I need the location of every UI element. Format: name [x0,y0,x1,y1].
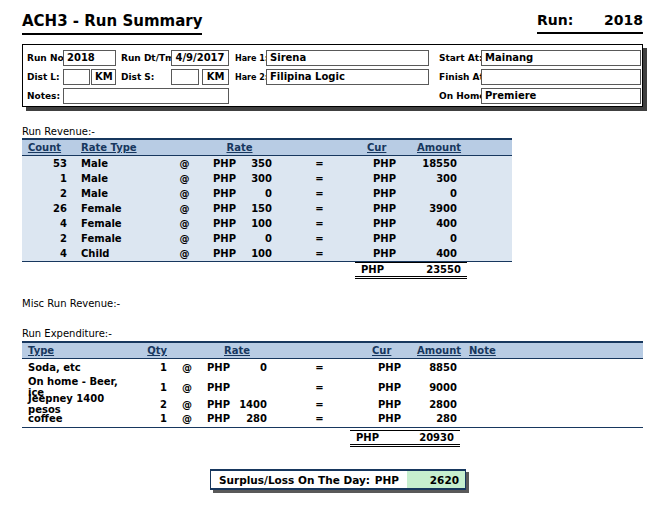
expenditure-rate: 280 [237,413,267,424]
equals-symbol: = [272,218,367,229]
run-label: Run: [537,12,573,28]
currency-code: PHP [367,188,417,199]
km-unit-2: KM [202,69,229,85]
start-at-field[interactable]: Mainang [481,50,641,66]
currency-code: PHP [207,362,237,373]
revenue-amount: 18550 [417,158,457,169]
revenue-row: 4Female@PHP100=PHP400 [22,216,512,231]
revenue-header-rate-type: Rate Type [67,142,162,153]
currency-code: PHP [367,218,417,229]
currency-code: PHP [367,173,417,184]
currency-code: PHP [207,203,242,214]
revenue-header-count: Count [22,142,67,153]
expenditure-amount: 2800 [417,399,457,410]
currency-code: PHP [207,233,242,244]
revenue-row: 4Child@PHP100=PHP400 [22,246,512,261]
equals-symbol: = [272,248,367,259]
km-unit-1: KM [91,69,116,85]
page-title: ACH3 - Run Summary [22,12,202,35]
currency-code: PHP [207,399,237,410]
finish-at-field[interactable] [481,69,641,85]
misc-revenue-section-label: Misc Run Revenue:- [22,298,120,309]
currency-code: PHP [207,188,242,199]
revenue-rate-type: Child [67,248,162,259]
equals-symbol: = [272,158,367,169]
currency-code: PHP [372,399,417,410]
currency-code: PHP [372,382,417,393]
at-symbol: @ [162,158,207,169]
expenditure-row: Soda, etc1@PHP0=PHP8850 [22,359,643,376]
expenditure-table-header: Type Qty Rate Cur Amount Note [22,341,643,359]
run-date-label: Run Dt/Tm: [121,53,178,63]
revenue-count: 26 [22,203,67,214]
expenditure-table: Type Qty Rate Cur Amount Note Soda, etc1… [22,341,643,428]
revenue-row: 53Male@PHP350=PHP18550 [22,156,512,171]
revenue-count: 4 [22,248,67,259]
expenditure-type: Soda, etc [22,362,132,373]
revenue-rate: 150 [242,203,272,214]
revenue-count: 4 [22,218,67,229]
equals-symbol: = [272,188,367,199]
run-number: 2018 [604,12,643,28]
at-symbol: @ [162,188,207,199]
on-home-field[interactable]: Premiere [481,88,641,104]
expenditure-total-cur: PHP [356,432,379,443]
at-symbol: @ [162,203,207,214]
at-symbol: @ [162,173,207,184]
currency-code: PHP [207,382,237,393]
surplus-cur: PHP [375,474,407,486]
expenditure-header-note: Note [457,345,643,356]
currency-code: PHP [207,413,237,424]
dist-l-field[interactable] [63,69,90,85]
expenditure-rate: 1400 [237,399,267,410]
currency-code: PHP [372,362,417,373]
revenue-row: 2Female@PHP0=PHP0 [22,231,512,246]
revenue-rate-type: Female [67,203,162,214]
currency-code: PHP [367,233,417,244]
revenue-rate-type: Female [67,233,162,244]
at-symbol: @ [167,399,207,410]
hare1-field[interactable]: Sirena [266,50,429,66]
run-date-field[interactable]: 4/9/2017 [171,50,229,66]
equals-symbol: = [267,362,372,373]
equals-symbol: = [272,203,367,214]
at-symbol: @ [162,248,207,259]
run-no-label: Run No: [27,53,67,63]
revenue-amount: 400 [417,248,457,259]
equals-symbol: = [272,233,367,244]
at-symbol: @ [167,362,207,373]
at-symbol: @ [167,413,207,424]
revenue-rate: 350 [242,158,272,169]
notes-field[interactable] [63,88,229,104]
surplus-amount-cell: 2620 [407,471,465,488]
expenditure-row: Jeepney 1400 pesos2@PHP1400=PHP2800 [22,393,643,410]
expenditure-row: coffee1@PHP280=PHP280 [22,410,643,427]
equals-symbol: = [272,173,367,184]
currency-code: PHP [207,248,242,259]
revenue-count: 2 [22,188,67,199]
expenditure-qty: 1 [132,413,167,424]
revenue-amount: 0 [417,233,457,244]
currency-code: PHP [207,158,242,169]
revenue-total-cur: PHP [361,264,384,275]
revenue-table: Count Rate Type Rate Cur Amount 53Male@P… [22,138,512,262]
expenditure-header-amount: Amount [417,345,457,356]
revenue-header-cur: Cur [367,142,417,153]
revenue-table-header: Count Rate Type Rate Cur Amount [22,138,512,156]
revenue-rate: 0 [242,233,272,244]
expenditure-qty: 1 [132,382,167,393]
revenue-total: PHP 23550 [355,262,467,279]
currency-code: PHP [367,158,417,169]
revenue-amount: 3900 [417,203,457,214]
hare2-field[interactable]: Filipina Logic [266,69,429,85]
expenditure-row: On home - Beer, ice1@PHP=PHP9000 [22,376,643,393]
revenue-header-amount: Amount [417,142,457,153]
start-at-label: Start At: [439,53,483,63]
run-no-field[interactable]: 2018 [63,50,116,66]
equals-symbol: = [267,382,372,393]
dist-s-field[interactable] [171,69,199,85]
revenue-rate: 300 [242,173,272,184]
currency-code: PHP [367,248,417,259]
expenditure-type: Jeepney 1400 pesos [22,393,132,415]
revenue-row: 26Female@PHP150=PHP3900 [22,201,512,216]
